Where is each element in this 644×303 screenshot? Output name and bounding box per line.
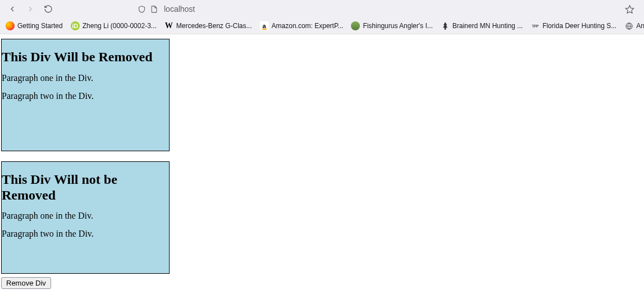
back-button[interactable]	[4, 1, 20, 17]
fish-favicon	[351, 21, 360, 30]
non-removable-div: This Div Will not be Removed Paragraph o…	[1, 161, 170, 274]
bookmark-item[interactable]: TFPFlorida Deer Hunting S...	[527, 20, 620, 32]
bookmark-item[interactable]: Another r	[621, 20, 644, 32]
box1-paragraph-1: Paragraph one in the Div.	[2, 73, 169, 83]
bookmark-item[interactable]: Brainerd MN Hunting ...	[437, 20, 526, 32]
reload-button[interactable]	[40, 1, 56, 17]
url-text: localhost	[164, 4, 195, 13]
address-bar[interactable]: localhost	[137, 1, 619, 17]
box2-heading: This Div Will not be Removed	[2, 172, 169, 203]
bookmark-label: Getting Started	[17, 22, 63, 30]
bookmark-star-button[interactable]	[622, 1, 637, 17]
box2-paragraph-1: Paragraph one in the Div.	[2, 211, 169, 221]
orcid-favicon: iD	[71, 21, 80, 30]
removable-div: This Div Will be Removed Paragraph one i…	[1, 39, 170, 151]
tree-favicon	[441, 21, 450, 30]
amazon-favicon: a	[260, 21, 269, 30]
ff-favicon	[6, 21, 15, 30]
tfp-favicon: TFP	[531, 21, 540, 30]
bookmark-label: Amazon.com: ExpertP...	[272, 22, 344, 30]
bookmark-item[interactable]: Fishingurus Angler's I...	[348, 20, 436, 32]
page-body: This Div Will be Removed Paragraph one i…	[0, 39, 644, 289]
bookmark-item[interactable]: Getting Started	[2, 20, 66, 32]
box1-paragraph-2: Paragraph two in the Div.	[2, 91, 169, 101]
bookmark-label: Mercedes-Benz G-Clas...	[176, 22, 252, 30]
wiki-favicon: W	[165, 21, 173, 30]
bookmark-item[interactable]: WMercedes-Benz G-Clas...	[161, 20, 255, 32]
page-icon	[149, 4, 158, 13]
svg-marker-0	[625, 5, 633, 13]
box1-heading: This Div Will be Removed	[2, 49, 169, 65]
bookmarks-bar: Getting StartediDZheng Li (0000-0002-3..…	[0, 18, 644, 34]
browser-chrome: localhost Getting StartediDZheng Li (000…	[0, 0, 644, 34]
box2-paragraph-2: Paragraph two in the Div.	[2, 229, 169, 239]
globe-favicon	[624, 21, 633, 30]
bookmark-item[interactable]: iDZheng Li (0000-0002-3...	[67, 20, 160, 32]
bookmark-label: Zheng Li (0000-0002-3...	[83, 22, 157, 30]
bookmark-label: Florida Deer Hunting S...	[542, 22, 616, 30]
bookmark-item[interactable]: aAmazon.com: ExpertP...	[257, 20, 347, 32]
bookmark-label: Fishingurus Angler's I...	[363, 22, 432, 30]
remove-div-button[interactable]: Remove Div	[1, 277, 51, 289]
bookmark-label: Another r	[636, 22, 644, 30]
forward-button	[22, 1, 38, 17]
bookmark-label: Brainerd MN Hunting ...	[453, 22, 523, 30]
nav-toolbar: localhost	[0, 0, 644, 18]
shield-icon	[137, 4, 146, 13]
